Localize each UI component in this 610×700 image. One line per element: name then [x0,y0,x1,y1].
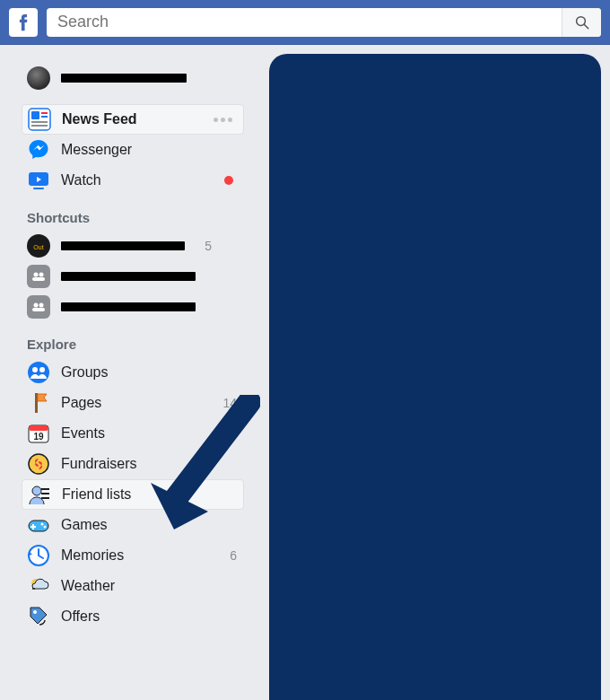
svg-rect-13 [32,277,45,281]
svg-point-19 [39,367,45,372]
svg-rect-4 [41,112,48,114]
memories-count: 6 [221,548,237,563]
search-button[interactable] [562,8,601,37]
sidebar-item-events[interactable]: 19 Events 1 [22,418,244,449]
shortcut-name-redacted [61,302,196,311]
friendlists-icon [28,483,51,506]
svg-point-25 [32,486,41,495]
svg-point-32 [41,523,44,526]
svg-rect-22 [29,425,48,431]
pages-count: 14 [221,396,237,410]
games-icon [27,513,50,537]
groups-icon [27,361,50,384]
games-label: Games [61,517,237,533]
svg-rect-31 [30,526,36,528]
sidebar-item-pages[interactable]: Pages 14 [22,388,244,418]
shortcut-count: 5 [196,239,212,253]
group-icon [27,265,50,288]
svg-point-15 [39,303,44,308]
notification-dot-icon [224,176,233,185]
section-header-shortcuts: Shortcuts [27,210,244,225]
offers-icon [27,605,50,628]
svg-point-24 [29,454,48,474]
sidebar-item-offers[interactable]: Offers [22,601,244,632]
pages-label: Pages [61,395,210,411]
sidebar-item-watch[interactable]: Watch [22,165,244,196]
search-icon [574,14,590,31]
watch-icon [27,169,50,192]
messenger-icon [27,138,50,162]
svg-rect-3 [31,111,39,119]
svg-point-11 [34,273,39,277]
svg-rect-7 [31,125,48,127]
svg-rect-27 [41,493,49,494]
svg-point-36 [33,610,37,614]
svg-text:19: 19 [33,432,44,442]
svg-rect-16 [32,308,45,311]
sidebar-item-newsfeed[interactable]: News Feed [22,104,244,135]
events-icon: 19 [27,422,50,445]
svg-point-14 [34,303,39,308]
svg-point-18 [32,367,38,372]
search-wrap [47,8,601,37]
group-icon [27,295,50,319]
groups-label: Groups [61,364,237,381]
newsfeed-label: News Feed [62,111,203,127]
messenger-label: Messenger [61,142,237,158]
friendlists-label: Friend lists [62,486,236,503]
shortcut-item[interactable] [22,261,244,292]
svg-point-17 [28,362,49,383]
sidebar-item-messenger[interactable]: Messenger [22,135,244,165]
svg-point-12 [39,273,44,277]
profile-link[interactable] [22,63,244,93]
pages-icon [27,391,50,415]
svg-rect-6 [31,121,48,123]
offers-label: Offers [61,608,237,625]
svg-rect-5 [41,116,48,118]
sidebar-item-memories[interactable]: Memories 6 [22,540,244,571]
profile-name-redacted [61,74,187,83]
svg-line-1 [584,24,588,29]
more-options-icon[interactable] [214,118,236,122]
events-label: Events [61,425,210,442]
section-header-explore: Explore [27,337,244,352]
weather-label: Weather [61,578,237,594]
search-input[interactable] [47,8,601,37]
events-count: 1 [221,426,237,441]
shortcut-item[interactable] [22,292,244,322]
sidebar: News Feed Messenger Watch Shortcuts Out [0,45,253,641]
memories-icon [27,544,50,567]
shortcut-name-redacted [61,272,196,281]
watch-label: Watch [61,172,214,188]
svg-text:Out: Out [33,244,43,250]
memories-label: Memories [61,547,210,564]
svg-point-33 [44,526,47,529]
group-icon: Out [27,234,50,258]
sidebar-item-groups[interactable]: Groups [22,357,244,388]
sidebar-item-games[interactable]: Games [22,510,244,540]
newsfeed-icon [28,108,51,131]
shortcut-name-redacted [61,241,185,250]
svg-rect-28 [41,497,49,499]
sidebar-item-friendlists[interactable]: Friend lists [22,479,244,510]
facebook-logo[interactable] [9,8,38,37]
fundraisers-label: Fundraisers [61,456,237,472]
sidebar-item-fundraisers[interactable]: Fundraisers [22,449,244,479]
shortcut-item[interactable]: Out 5 [22,231,244,261]
svg-rect-26 [41,488,49,490]
fundraisers-icon [27,452,50,476]
content-panel [269,54,601,700]
topbar [0,0,610,45]
facebook-f-icon [13,13,33,32]
weather-icon [27,574,50,598]
avatar [27,66,50,90]
sidebar-item-weather[interactable]: Weather [22,571,244,601]
